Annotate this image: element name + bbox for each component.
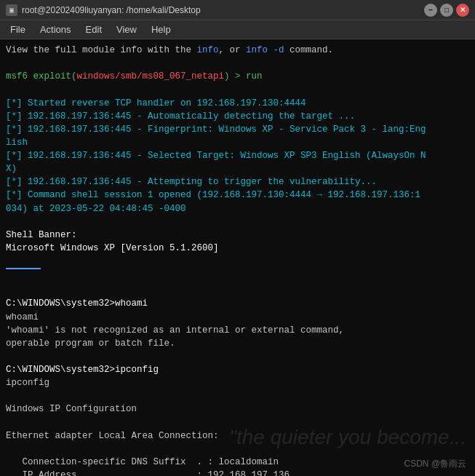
blank-line xyxy=(6,215,469,229)
window-title: root@20202409liuyanyan: /home/kali/Deskt… xyxy=(22,5,201,15)
ip-config-header: Windows IP Configuration xyxy=(6,402,469,416)
csdn-badge: CSDN @鲁雨云 xyxy=(404,458,466,470)
menu-actions[interactable]: Actions xyxy=(34,23,77,36)
window: ▣ root@20202409liuyanyan: /home/kali/Des… xyxy=(0,0,475,476)
menu-bar: File Actions Edit View Help xyxy=(0,20,475,39)
output-line: [*] 192.168.197.136:445 - Attempting to … xyxy=(6,175,469,189)
underline xyxy=(6,255,41,269)
shell-banner-version: Microsoft Windows XP [Version 5.1.2600] xyxy=(6,242,469,255)
ethernet-adapter: Ethernet adapter Local Area Connection: xyxy=(6,429,469,443)
cmd-whoami-prompt: C:\WINDOWS\system32>whoami xyxy=(6,297,469,310)
minimize-button[interactable]: – xyxy=(424,4,437,17)
blank-line xyxy=(6,83,469,96)
menu-file[interactable]: File xyxy=(4,23,31,36)
close-button[interactable]: ✕ xyxy=(456,4,469,17)
ip-address: IP Address. . . . . . . . . . . : 192.16… xyxy=(6,469,469,476)
msf-prompt: msf6 exploit(windows/smb/ms08_067_netapi… xyxy=(6,70,469,83)
output-line: [*] Command shell session 1 opened (192.… xyxy=(6,189,469,215)
window-icon: ▣ xyxy=(6,4,17,16)
dns-suffix: Connection-specific DNS Suffix . : local… xyxy=(6,456,469,469)
menu-edit[interactable]: Edit xyxy=(80,23,108,36)
cmd-whoami-error1: 'whoami' is not recognized as an interna… xyxy=(6,324,469,337)
cmd-ipconfig-prompt: C:\WINDOWS\system32>ipconfig xyxy=(6,363,469,376)
title-bar-left: ▣ root@20202409liuyanyan: /home/kali/Des… xyxy=(6,4,201,16)
hint-line: View the full module info with the info,… xyxy=(6,44,469,57)
window-controls: – □ ✕ xyxy=(424,4,469,17)
title-bar: ▣ root@20202409liuyanyan: /home/kali/Des… xyxy=(0,0,475,20)
blank-line xyxy=(6,57,469,70)
output-line: [*] Started reverse TCP handler on 192.1… xyxy=(6,97,469,110)
blank-line xyxy=(6,389,469,402)
maximize-button[interactable]: □ xyxy=(440,4,453,17)
cmd-ipconfig-output: ipconfig xyxy=(6,376,469,389)
shell-banner-label: Shell Banner: xyxy=(6,229,469,242)
menu-help[interactable]: Help xyxy=(145,23,177,36)
output-line: [*] 192.168.197.136:445 - Automatically … xyxy=(6,110,469,123)
menu-view[interactable]: View xyxy=(111,23,143,36)
output-line: [*] 192.168.197.136:445 - Fingerprint: W… xyxy=(6,123,469,149)
cmd-whoami-output: whoami xyxy=(6,311,469,324)
blank-line xyxy=(6,271,469,284)
terminal-content[interactable]: View the full module info with the info,… xyxy=(0,39,475,476)
cmd-whoami-error2: operable program or batch file. xyxy=(6,337,469,350)
blank-line xyxy=(6,350,469,363)
blank-line xyxy=(6,284,469,297)
output-line: [*] 192.168.197.136:445 - Selected Targe… xyxy=(6,149,469,175)
blank-line xyxy=(6,443,469,456)
blank-line xyxy=(6,416,469,429)
